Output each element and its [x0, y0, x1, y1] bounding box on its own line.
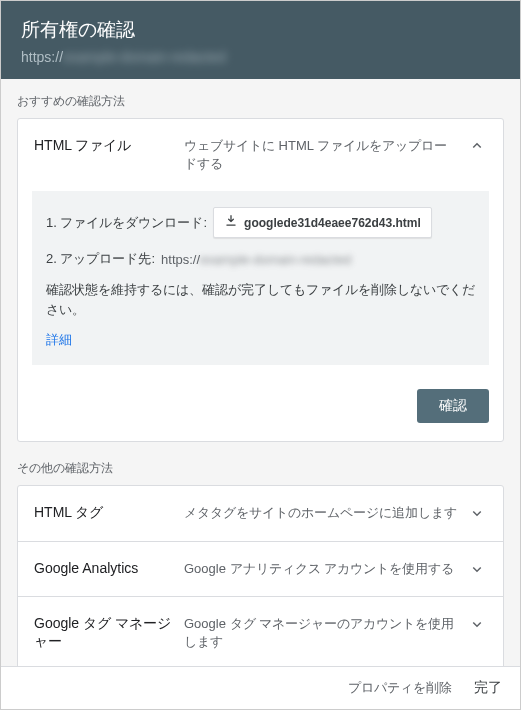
recommended-label: おすすめの確認方法	[17, 93, 504, 110]
site-url: https://example-domain-redacted	[21, 49, 500, 65]
recommended-card: HTML ファイル ウェブサイトに HTML ファイルをアップロードする 1. …	[17, 118, 504, 442]
chevron-down-icon	[467, 615, 487, 633]
method-google-tag-manager: Google タグ マネージャー Google タグ マネージャーのアカウントを…	[18, 597, 503, 666]
other-label: その他の確認方法	[17, 460, 504, 477]
method-desc: メタタグをサイトのホームページに追加します	[184, 504, 467, 522]
download-icon	[224, 214, 238, 231]
done-button[interactable]: 完了	[474, 679, 502, 697]
dialog-footer: プロパティを削除 完了	[1, 666, 520, 709]
chevron-up-icon	[467, 137, 487, 155]
detail-link[interactable]: 詳細	[46, 331, 72, 349]
step2-label: 2. アップロード先:	[46, 250, 155, 268]
delete-property-button[interactable]: プロパティを削除	[348, 679, 452, 697]
download-filename: googlede31d4eaee762d43.html	[244, 216, 421, 230]
confirm-button[interactable]: 確認	[417, 389, 489, 423]
dialog-title: 所有権の確認	[21, 17, 500, 43]
method-body: 1. ファイルをダウンロード: googlede31d4eaee762d43.h…	[32, 191, 489, 365]
method-desc: Google アナリティクス アカウントを使用する	[184, 560, 467, 578]
method-header-google-tag-manager[interactable]: Google タグ マネージャー Google タグ マネージャーのアカウントを…	[18, 597, 503, 666]
method-name: HTML タグ	[34, 504, 184, 522]
method-header-html-tag[interactable]: HTML タグ メタタグをサイトのホームページに追加します	[18, 486, 503, 540]
step1-label: 1. ファイルをダウンロード:	[46, 214, 207, 232]
dialog-content: おすすめの確認方法 HTML ファイル ウェブサイトに HTML ファイルをアッ…	[1, 79, 520, 666]
download-file-button[interactable]: googlede31d4eaee762d43.html	[213, 207, 432, 238]
method-desc: Google タグ マネージャーのアカウントを使用します	[184, 615, 467, 651]
method-html-tag: HTML タグ メタタグをサイトのホームページに追加します	[18, 486, 503, 541]
confirm-row: 確認	[18, 379, 503, 441]
method-desc: ウェブサイトに HTML ファイルをアップロードする	[184, 137, 467, 173]
method-name: Google Analytics	[34, 560, 184, 576]
method-name: Google タグ マネージャー	[34, 615, 184, 651]
method-header-html-file[interactable]: HTML ファイル ウェブサイトに HTML ファイルをアップロードする	[18, 119, 503, 191]
chevron-down-icon	[467, 560, 487, 578]
method-google-analytics: Google Analytics Google アナリティクス アカウントを使用…	[18, 542, 503, 597]
method-name: HTML ファイル	[34, 137, 184, 155]
chevron-down-icon	[467, 504, 487, 522]
other-methods-card: HTML タグ メタタグをサイトのホームページに追加します Google Ana…	[17, 485, 504, 666]
step-upload: 2. アップロード先: https://example-domain-redac…	[46, 250, 475, 268]
dialog-header: 所有権の確認 https://example-domain-redacted	[1, 1, 520, 79]
method-header-google-analytics[interactable]: Google Analytics Google アナリティクス アカウントを使用…	[18, 542, 503, 596]
step-download: 1. ファイルをダウンロード: googlede31d4eaee762d43.h…	[46, 207, 475, 238]
upload-url: https://example-domain-redacted	[161, 252, 351, 267]
retention-note: 確認状態を維持するには、確認が完了してもファイルを削除しないでください。	[46, 280, 475, 319]
method-html-file: HTML ファイル ウェブサイトに HTML ファイルをアップロードする 1. …	[18, 119, 503, 441]
